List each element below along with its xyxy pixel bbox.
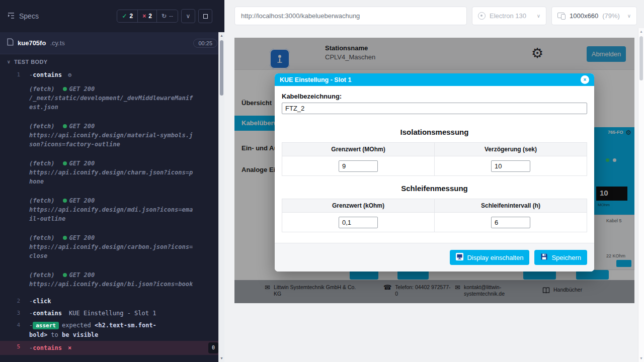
page-scrollbar[interactable]: ▲ ▼ [638,28,644,362]
fetch-log: (fetch)GET 200 https://api.iconify.desig… [0,230,224,267]
fetch-status: GET 200 [69,160,95,167]
test-body-label: TEST BODY [14,59,48,65]
url-text: http://localhost:3000/kabelueberwachung [241,12,360,20]
failed-count: 2 [148,13,152,20]
status-dot-icon [63,236,67,240]
grenzwert-mohm-input[interactable] [339,160,378,172]
chevron-down-icon: ∨ [627,13,631,19]
command-number: 3 [0,309,29,318]
close-icon[interactable]: × [581,75,589,84]
fetch-url: https://api.iconify.design/charm.json?ic… [29,168,195,186]
specs-list-icon [7,12,15,21]
passed-stat: ✓2 [117,10,137,22]
viewport-zoom: (79%) [602,12,620,20]
fetch-url: https://api.iconify.design/mdi.json?icon… [29,205,195,223]
speichern-label: Speichern [551,254,581,261]
schleifenmessung-table: Grenzwert (kOhm) Schleifenintervall (h) [282,199,587,232]
retry-count-badge: 0 [208,342,218,353]
fetch-label: (fetch) [29,272,55,279]
check-icon: ✓ [122,13,127,20]
electron-icon [478,12,486,20]
cross-icon: × [142,13,146,20]
command-row-assert[interactable]: 4 assertexpected <h2.text-sm.font-bold> … [0,319,224,341]
grenzwert-kohm-input[interactable] [339,217,378,228]
modal-title: KUE Einstellung - Slot 1 [280,76,351,83]
command-number: 4 [0,321,29,339]
column-header: Schleifenintervall (h) [435,199,587,213]
fetch-url: https://api.iconify.design/material-symb… [29,131,195,149]
isolationsmessung-heading: Isolationsmessung [282,128,587,136]
passed-count: 2 [130,13,133,20]
reporter-controls: ✓2 ×2 ↻-- ∨ [117,9,212,23]
pending-count: -- [169,13,173,20]
fetch-status: GET 200 [69,272,95,279]
save-floppy-icon [540,253,548,262]
modal-header: KUE Einstellung - Slot 1 × [275,73,594,86]
command-message: KUE Einstellung - Slot 1 [69,310,156,317]
stop-icon [203,14,208,19]
status-dot-icon [63,161,67,165]
fetch-status: GET 200 [69,85,95,93]
kabelbezeichnung-label: Kabelbezeichnung: [282,93,587,100]
reporter-scrollbar[interactable]: ▲ ▼ [218,32,224,362]
display-einschalten-label: Display einschalten [467,254,523,261]
scrollbar-thumb[interactable] [220,40,223,96]
command-row-contains-failed[interactable]: 5 contains×0 [0,341,224,355]
spec-extension: .cy.ts [50,39,64,47]
chevron-down-icon: ∨ [7,59,11,64]
command-row-click[interactable]: 2 click [0,295,224,307]
browser-selector[interactable]: Electron 130 ∨ [472,7,546,25]
fetch-log: (fetch)GET 200 https://api.iconify.desig… [0,267,224,295]
refresh-icon: ↻ [162,13,167,20]
status-dot-icon [63,87,67,91]
viewport-selector[interactable]: 1000x660 (79%) ∨ [551,7,637,25]
schleifenintervall-input[interactable] [491,217,530,228]
fetch-log: (fetch)GET 200 https://api.iconify.desig… [0,193,224,230]
fetch-label: (fetch) [29,160,55,167]
scroll-up-icon[interactable]: ▲ [219,32,224,39]
fetch-label: (fetch) [29,197,55,204]
specs-menu-button[interactable]: Specs [7,12,39,21]
status-dot-icon [63,273,67,277]
fetch-log: (fetch)GET 200 https://api.iconify.desig… [0,155,224,193]
spec-timer: 00:25 [193,39,217,48]
column-header: Verzögerung (sek) [435,143,587,156]
options-gear-icon: ⚙ [68,71,71,78]
failed-stat: ×2 [137,10,156,22]
command-number: 5 [0,342,29,353]
url-bar[interactable]: http://localhost:3000/kabelueberwachung [234,7,467,25]
fetch-status: GET 200 [69,197,95,204]
command-row-contains-2[interactable]: 3 containsKUE Einstellung - Slot 1 [0,307,224,319]
display-einschalten-button[interactable]: Display einschalten [450,250,529,265]
modal-body: Kabelbezeichnung: Isolationsmessung Gren… [275,93,594,232]
fetch-log: (fetch)GET 200 /_next/static/development… [0,81,224,118]
command-row-contains-1[interactable]: 1 contains⚙ [0,69,224,81]
fetch-status: GET 200 [69,234,95,241]
test-body-section[interactable]: ∨ TEST BODY [0,54,224,67]
assert-badge: assert [33,322,59,329]
scroll-down-icon[interactable]: ▼ [219,355,224,362]
viewport-icon [557,13,566,20]
status-dot-icon [63,124,67,128]
browser-name: Electron 130 [490,12,526,20]
scroll-up-icon[interactable]: ▲ [638,28,644,35]
collapse-button[interactable]: ∨ [181,9,195,23]
specs-label: Specs [19,12,39,20]
verzoegerung-sek-input[interactable] [491,160,530,172]
schleifenmessung-heading: Schleifenmessung [282,184,587,193]
assert-text: visible [73,331,99,338]
stop-tests-button[interactable] [198,9,212,23]
scroll-down-icon[interactable]: ▼ [638,355,644,362]
kabelbezeichnung-input[interactable] [282,103,587,114]
command-name: contains [29,343,62,352]
speichern-button[interactable]: Speichern [534,250,587,265]
assert-text: expected [62,322,91,329]
viewport-size: 1000x660 [570,12,598,20]
fail-x-icon: × [68,343,71,352]
command-name: click [29,298,51,305]
isolationsmessung-table: Grenzwert (MOhm) Verzögerung (sek) [282,142,587,176]
scrollbar-thumb[interactable] [639,36,643,80]
cypress-reporter: Specs ✓2 ×2 ↻-- ∨ kue705fo.cy.ts 00:25 ∨… [0,0,224,362]
column-header: Grenzwert (kOhm) [282,199,435,213]
spec-file-row[interactable]: kue705fo.cy.ts 00:25 [0,32,224,54]
